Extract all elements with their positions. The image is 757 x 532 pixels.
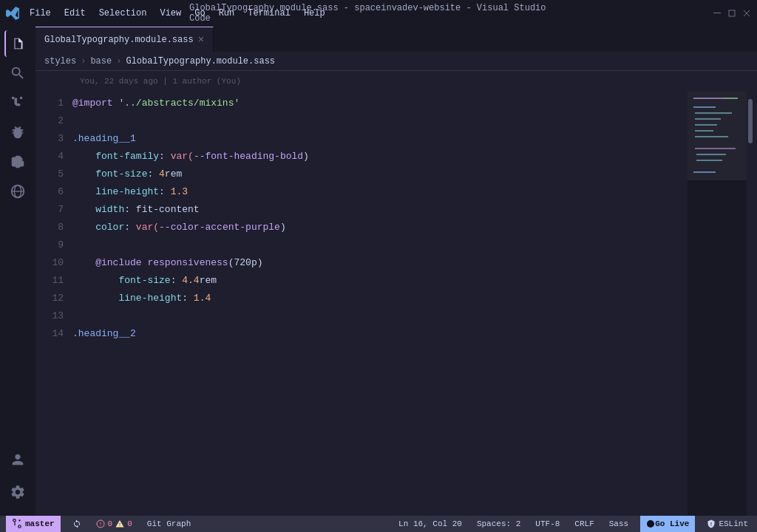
token-colon: :	[159, 183, 171, 201]
breadcrumb-sep-2: ›	[116, 56, 121, 66]
activity-accounts[interactable]	[4, 446, 31, 473]
token-unit: rem	[165, 166, 182, 183]
breadcrumb-base[interactable]: base	[90, 56, 112, 66]
branch-name: master	[25, 519, 55, 528]
menu-file[interactable]: File	[24, 7, 57, 20]
sync-icon	[72, 519, 81, 528]
encoding[interactable]: UTF-8	[532, 519, 563, 528]
token-paren: )	[280, 219, 286, 236]
restore-button[interactable]	[727, 9, 736, 18]
status-bar-left: master 0 0 Git Graph	[6, 516, 194, 532]
status-errors[interactable]: 0 0	[93, 519, 135, 528]
activity-bar	[0, 26, 35, 516]
token-indent	[72, 201, 95, 219]
token-property: width	[95, 201, 124, 219]
code-editor[interactable]: 1 2 3 4 5 6 7 8 9 10 11 12 13 14 @import	[35, 92, 757, 516]
status-bar: master 0 0 Git Graph Ln 16, Col 20	[0, 516, 757, 532]
activity-settings[interactable]	[4, 479, 31, 505]
encoding-text: UTF-8	[535, 519, 560, 528]
svg-point-22	[100, 525, 101, 526]
active-tab[interactable]: GlobalTypography.module.sass ×	[35, 27, 214, 52]
token-colon: :	[171, 272, 183, 290]
token-keyword: @include	[95, 254, 141, 272]
breadcrumb-styles[interactable]: styles	[44, 56, 76, 66]
code-line-11: font-size : 4.4 rem	[72, 272, 688, 290]
git-branch-icon	[12, 519, 22, 529]
token-var-func: var(	[136, 219, 159, 236]
minimap-slider[interactable]	[688, 92, 747, 180]
language-text: Sass	[609, 519, 628, 528]
activity-extensions[interactable]	[4, 149, 31, 175]
line-numbers: 1 2 3 4 5 6 7 8 9 10 11 12 13 14	[35, 92, 72, 516]
minimize-button[interactable]	[713, 9, 722, 18]
eslint-status[interactable]: ESLint	[704, 519, 751, 528]
token-var-name: --color-accent-purple	[159, 219, 280, 236]
code-line-4: font-family : var( --font-heading-bold )	[72, 148, 688, 166]
eslint-icon	[707, 519, 716, 528]
token-selector: .heading__1	[72, 130, 136, 148]
window-title: GlobalTypography.module.sass - spaceinva…	[189, 3, 568, 24]
code-line-12: line-height : 1.4	[72, 290, 688, 307]
token-colon: :	[124, 219, 136, 236]
menu-view[interactable]: View	[154, 7, 187, 20]
token-colon: :	[182, 290, 194, 307]
breadcrumb: styles › base › GlobalTypography.module.…	[35, 52, 757, 71]
code-line-10: @include responsiveness ( 720p )	[72, 254, 688, 272]
token-property: font-size	[95, 166, 147, 183]
activity-run-debug[interactable]	[4, 119, 31, 146]
spaces-text: Spaces: 2	[477, 519, 520, 528]
menu-edit[interactable]: Edit	[58, 7, 92, 20]
eslint-label: ESLint	[719, 519, 748, 528]
vscode-icon	[6, 7, 19, 20]
token-var-name: --font-heading-bold	[194, 148, 303, 166]
breadcrumb-sep-1: ›	[81, 56, 86, 66]
token-property: color	[95, 219, 124, 236]
close-button[interactable]	[742, 9, 751, 18]
menu-selection[interactable]: Selection	[93, 7, 153, 20]
svg-point-23	[647, 520, 654, 528]
token-string: '../abstracts/mixins'	[118, 95, 240, 112]
blame-bar: You, 22 days ago | 1 author (You)	[35, 71, 757, 92]
activity-search[interactable]	[4, 60, 31, 86]
activity-explorer[interactable]	[4, 30, 31, 57]
activity-remote-explorer[interactable]	[4, 178, 31, 205]
language-mode[interactable]: Sass	[606, 519, 631, 528]
token-property: line-height	[95, 183, 159, 201]
token-paren: )	[257, 254, 263, 272]
go-live-button[interactable]: Go Live	[640, 516, 695, 532]
go-live-icon	[646, 519, 655, 528]
window-controls	[713, 9, 751, 18]
token-indent	[72, 148, 95, 166]
activity-bar-bottom	[4, 445, 31, 513]
token-colon: :	[147, 166, 159, 183]
blame-text: You, 22 days ago | 1 author (You)	[80, 77, 241, 86]
activity-source-control[interactable]	[4, 89, 31, 116]
spaces-setting[interactable]: Spaces: 2	[474, 519, 523, 528]
go-live-label: Go Live	[655, 519, 689, 528]
editor-right-edge	[754, 92, 757, 516]
git-graph-button[interactable]: Git Graph	[144, 519, 194, 528]
cursor-position[interactable]: Ln 16, Col 20	[396, 519, 465, 528]
token-space	[142, 254, 148, 272]
token-indent	[72, 219, 95, 236]
tab-close-button[interactable]: ×	[198, 34, 204, 46]
code-line-9	[72, 236, 688, 254]
line-ending[interactable]: CRLF	[571, 519, 597, 528]
editor-area: GlobalTypography.module.sass × styles › …	[35, 26, 757, 516]
status-bar-right: Ln 16, Col 20 Spaces: 2 UTF-8 CRLF Sass …	[396, 516, 751, 532]
vertical-scrollbar[interactable]	[747, 92, 754, 516]
code-content[interactable]: @import '../abstracts/mixins' .heading__…	[72, 92, 688, 516]
token-paren: )	[303, 148, 309, 166]
token-indent	[72, 254, 95, 272]
token-property: font-family	[95, 148, 159, 166]
git-branch[interactable]: master	[6, 516, 61, 532]
code-line-6: line-height : 1.3	[72, 183, 688, 201]
token-number: 1.4	[194, 290, 211, 307]
code-line-3: .heading__1	[72, 130, 688, 148]
status-sync[interactable]	[69, 519, 84, 528]
svg-rect-1	[729, 10, 735, 16]
main-layout: GlobalTypography.module.sass × styles › …	[0, 26, 757, 516]
scrollbar-thumb[interactable]	[748, 99, 753, 143]
error-icon	[96, 519, 105, 528]
code-line-1: @import '../abstracts/mixins'	[72, 95, 688, 112]
